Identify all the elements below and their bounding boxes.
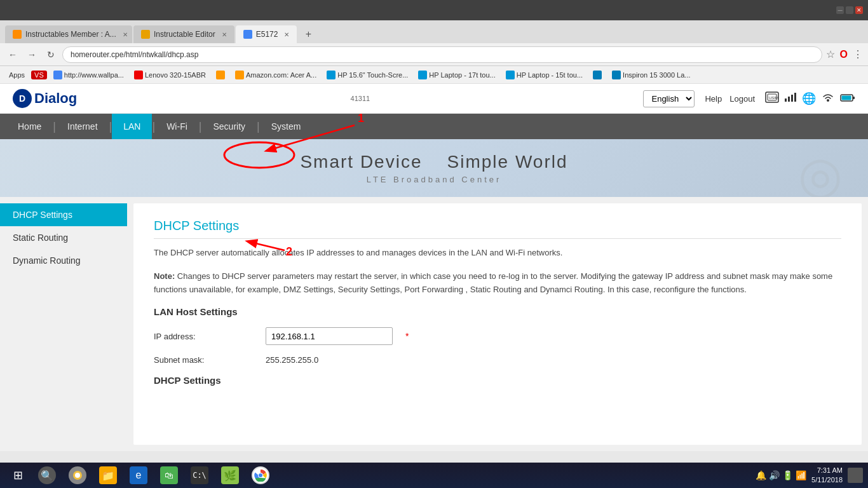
time-display[interactable]: 7:31 AM 5/11/2018 (811, 466, 843, 485)
new-tab-button[interactable]: + (298, 25, 318, 43)
taskbar: ⊞ 🔍 📁 e 🛍 C:\ 🌿 (0, 463, 868, 488)
refresh-button[interactable]: ↻ (43, 47, 58, 62)
taskbar-app5[interactable]: 🌿 (216, 465, 244, 485)
svg-point-7 (827, 99, 829, 102)
taskbar-cortana[interactable] (64, 465, 92, 485)
tab-favicon-2 (141, 30, 150, 39)
taskbar-ie[interactable]: e (125, 465, 153, 485)
taskbar-cmd[interactable]: C:\ (186, 465, 214, 485)
dialog-logo-text: Dialog (34, 90, 77, 107)
ip-address-row: IP address: * (154, 327, 841, 345)
bookmark-amazon[interactable]: Amazon.com: Acer A... (231, 69, 320, 81)
sidebar-static-routing[interactable]: Static Routing (0, 226, 127, 249)
nav-security[interactable]: Security (201, 114, 257, 139)
back-button[interactable]: ← (5, 47, 20, 62)
hero-title: Smart Device Simple World (25, 152, 843, 172)
sim-icon: USIM (765, 92, 779, 106)
svg-point-22 (259, 473, 262, 477)
bookmark-favicon-8 (593, 71, 602, 79)
search-taskbar-icon: 🔍 (38, 466, 56, 484)
dhcp-settings-sub: DHCP Settings (154, 375, 841, 386)
hero-subtitle: LTE Broadband Center (25, 175, 843, 184)
bookmark-lenovo[interactable]: Lenovo 320-15ABR (130, 69, 210, 81)
forward-button[interactable]: → (24, 47, 39, 62)
main-content: DHCP Settings The DHCP server automatica… (133, 203, 862, 445)
app5-icon: 🌿 (221, 466, 239, 484)
tab-close-2[interactable]: ✕ (222, 31, 227, 38)
bookmark-favicon-7 (506, 71, 515, 79)
bookmark-favicon-5 (327, 71, 336, 79)
nav-system[interactable]: System (260, 114, 313, 139)
tab-instructables-member[interactable]: Instructables Member : A... ✕ (5, 25, 132, 43)
status-icons: USIM 🌐 (765, 92, 855, 106)
clock-date: 5/11/2018 (811, 475, 843, 485)
chrome-icon (252, 466, 269, 484)
ip-address-input[interactable] (266, 327, 393, 345)
opera-icon[interactable]: O (840, 49, 848, 60)
battery-icon (840, 92, 855, 105)
bookmark-hp1[interactable]: HP 15.6" Touch-Scre... (323, 69, 412, 81)
header-links: Help Logout (705, 94, 755, 104)
bookmark-vs[interactable]: VS (31, 71, 47, 79)
sidebar-dhcp-settings[interactable]: DHCP Settings (0, 203, 127, 226)
description-text: The DHCP server automatically allocates … (154, 247, 841, 260)
dialog-logo: D Dialog (13, 89, 77, 108)
store-icon: 🛍 (160, 466, 178, 484)
taskbar-store[interactable]: 🛍 (155, 465, 183, 485)
taskbar-explorer[interactable]: 📁 (94, 465, 122, 485)
nav-internet[interactable]: Internet (56, 114, 109, 139)
tab-close-1[interactable]: ✕ (123, 31, 128, 38)
bookmark-favicon-1 (53, 71, 62, 79)
header-right: English Help Logout USIM 🌐 (643, 90, 855, 107)
device-id-area: 41311 (77, 95, 643, 102)
hero-decoration: ◎ (798, 146, 843, 197)
tab-favicon-3 (243, 30, 252, 39)
signal-icon (784, 92, 797, 105)
subnet-mask-row: Subnet mask: 255.255.255.0 (154, 355, 841, 365)
taskbar-system-icons: 🔔 🔊 🔋 📶 (756, 470, 806, 480)
address-input[interactable] (62, 46, 822, 63)
bookmark-hp3[interactable]: HP Laptop - 15t tou... (502, 69, 587, 81)
maximize-button[interactable] (846, 6, 853, 14)
bookmark-amazon-icon[interactable] (212, 69, 229, 81)
tab-e5172[interactable]: E5172 ✕ (236, 25, 297, 43)
taskbar-chrome[interactable] (247, 465, 275, 485)
wifi-icon (821, 92, 835, 106)
ip-address-label: IP address: (154, 332, 255, 341)
content-area: DHCP Settings Static Routing Dynamic Rou… (0, 197, 868, 451)
nav-wifi[interactable]: Wi-Fi (155, 114, 199, 139)
help-link[interactable]: Help (705, 94, 722, 104)
bookmark-dell[interactable] (589, 69, 606, 81)
ie-icon: e (130, 466, 147, 484)
logout-link[interactable]: Logout (729, 94, 755, 104)
bookmark-favicon-2 (134, 71, 143, 79)
bookmark-favicon-6 (418, 71, 427, 79)
bookmark-wallpaper[interactable]: http://www.wallpa... (50, 69, 128, 81)
menu-icon[interactable]: ⋮ (853, 48, 863, 60)
nav-bar: Home | Internet | LAN | Wi-Fi | Security… (0, 114, 868, 139)
show-desktop-button[interactable] (848, 468, 863, 483)
bookmark-hp2[interactable]: HP Laptop - 17t tou... (414, 69, 499, 81)
close-button[interactable]: ✕ (855, 6, 863, 14)
tab-close-3[interactable]: ✕ (284, 31, 289, 38)
svg-rect-9 (853, 97, 855, 99)
tab-label-3: E5172 (256, 30, 278, 39)
bookmark-apps[interactable]: Apps (5, 70, 29, 80)
bookmark-star-icon[interactable]: ☆ (826, 48, 835, 60)
nav-home[interactable]: Home (6, 114, 53, 139)
bookmarks-bar: Apps VS http://www.wallpa... Lenovo 320-… (0, 66, 868, 84)
minimize-button[interactable]: ─ (836, 6, 844, 14)
note-content: Changes to DHCP server parameters may re… (154, 271, 832, 294)
hero-banner: Smart Device Simple World LTE Broadband … (0, 139, 868, 197)
taskbar-search[interactable]: 🔍 (33, 465, 61, 485)
language-select[interactable]: English (643, 90, 695, 107)
tab-instructable-editor[interactable]: Instructable Editor ✕ (133, 25, 234, 43)
start-button[interactable]: ⊞ (5, 465, 31, 485)
required-marker: * (405, 331, 409, 341)
bookmark-inspiron[interactable]: Inspiron 15 3000 La... (608, 69, 694, 81)
bookmark-favicon-9 (612, 71, 621, 79)
sidebar-dynamic-routing[interactable]: Dynamic Routing (0, 249, 127, 272)
cortana-icon (69, 466, 86, 484)
nav-lan[interactable]: LAN (112, 114, 152, 139)
cmd-icon: C:\ (191, 466, 208, 484)
